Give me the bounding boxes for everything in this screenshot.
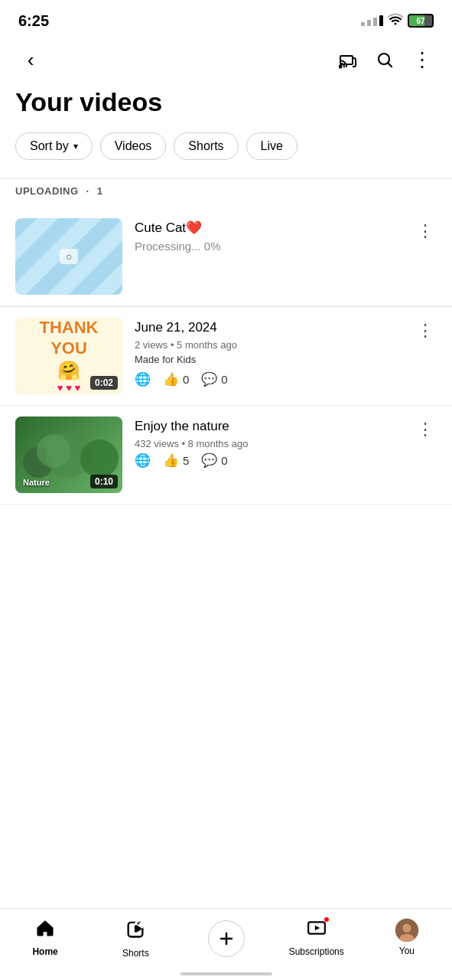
processing-status: Processing... 0%: [135, 240, 402, 253]
video-stats-thankyou: 🌐 👍 0 💬 0: [135, 371, 402, 387]
video-stats-nature: 🌐 👍 5 💬 0: [135, 452, 402, 469]
video-title-uploading: Cute Cat❤️: [135, 220, 402, 237]
video-item-uploading[interactable]: ○ Cute Cat❤️ Processing... 0% ⋮: [0, 207, 452, 306]
bottom-navigation: Home Shorts Subscriptions: [0, 908, 452, 980]
video-thumbnail-thankyou: THANK YOU 🤗 ♥ ♥ ♥ 0:02: [15, 318, 122, 394]
video-thumbnail-uploading: ○: [15, 218, 122, 295]
status-icons: 67: [361, 13, 434, 29]
nav-item-shorts[interactable]: Shorts: [90, 915, 180, 962]
global-icon-nature: 🌐: [135, 452, 151, 469]
nav-item-you[interactable]: You: [362, 915, 452, 962]
shorts-label: Shorts: [122, 948, 149, 959]
video-item-nature[interactable]: Nature 0:10 Enjoy the nature 432 views •…: [0, 406, 452, 505]
subscriptions-label: Subscriptions: [289, 946, 344, 957]
wifi-icon: [388, 13, 403, 29]
svg-point-9: [402, 924, 411, 933]
subscriptions-icon: [307, 918, 327, 943]
cast-button[interactable]: [333, 44, 363, 75]
nav-action-icons: ⋮: [333, 44, 437, 75]
home-label: Home: [32, 946, 57, 957]
video-meta-nature: 432 views • 8 months ago: [135, 438, 402, 449]
thank-you-art: THANK YOU 🤗 ♥ ♥ ♥: [40, 318, 99, 394]
duration-badge-thankyou: 0:02: [90, 376, 118, 390]
shorts-filter-chip[interactable]: Shorts: [174, 132, 238, 160]
video-thumbnail-nature: Nature 0:10: [15, 416, 122, 493]
nav-item-home[interactable]: Home: [0, 915, 90, 962]
video-more-button-thankyou[interactable]: ⋮: [414, 318, 437, 344]
home-indicator: [180, 972, 272, 975]
more-options-button[interactable]: ⋮: [406, 44, 437, 75]
status-time: 6:25: [18, 12, 49, 30]
chevron-down-icon: ▾: [73, 141, 78, 152]
top-navigation: ‹ ⋮: [0, 38, 452, 84]
svg-line-3: [389, 64, 392, 67]
filter-bar: Sort by ▾ Videos Shorts Live: [0, 132, 452, 178]
video-title-thankyou: June 21, 2024: [135, 319, 402, 336]
duration-badge-nature: 0:10: [90, 475, 118, 488]
uploading-indicator: ○: [60, 249, 78, 264]
likes-stat-nature: 👍 5: [163, 452, 189, 469]
create-button[interactable]: [208, 920, 245, 957]
nav-item-subscriptions[interactable]: Subscriptions: [272, 915, 362, 962]
comments-stat-thankyou: 💬 0: [201, 371, 227, 387]
avatar: [395, 918, 419, 942]
nature-thumb-label: Nature: [23, 478, 50, 487]
comments-stat-nature: 💬 0: [201, 452, 227, 469]
likes-stat-thankyou: 👍 0: [163, 371, 189, 387]
shorts-icon: [125, 918, 146, 945]
video-info-thankyou: June 21, 2024 2 views • 5 months ago Mad…: [135, 318, 402, 387]
video-title-nature: Enjoy the nature: [135, 418, 402, 435]
subscription-notification-dot: [324, 916, 330, 923]
status-bar: 6:25 67: [0, 0, 452, 38]
video-meta-thankyou: 2 views • 5 months ago: [135, 339, 402, 351]
video-more-button-uploading[interactable]: ⋮: [414, 218, 437, 244]
page-title: Your videos: [0, 84, 452, 132]
battery-icon: 67: [408, 14, 434, 28]
home-icon: [35, 918, 55, 943]
video-item-thankyou[interactable]: THANK YOU 🤗 ♥ ♥ ♥ 0:02 June 21, 2024 2 v…: [0, 307, 452, 406]
search-button[interactable]: [369, 44, 400, 75]
video-info-nature: Enjoy the nature 432 views • 8 months ag…: [135, 416, 402, 469]
live-filter-chip[interactable]: Live: [246, 132, 298, 160]
signal-icon: [361, 15, 383, 26]
videos-filter-chip[interactable]: Videos: [100, 132, 167, 160]
svg-point-1: [340, 66, 342, 68]
video-info-uploading: Cute Cat❤️ Processing... 0%: [135, 218, 402, 253]
nav-item-create[interactable]: [180, 915, 271, 962]
global-icon-thankyou: 🌐: [135, 371, 151, 387]
video-more-button-nature[interactable]: ⋮: [414, 416, 437, 443]
svg-marker-7: [315, 926, 320, 931]
video-tag-kids: Made for Kids: [135, 354, 402, 365]
uploading-section-header: UPLOADING · 1: [0, 179, 452, 207]
you-label: You: [399, 946, 415, 956]
back-button[interactable]: ‹: [15, 44, 46, 75]
sort-by-chip[interactable]: Sort by ▾: [15, 132, 93, 160]
